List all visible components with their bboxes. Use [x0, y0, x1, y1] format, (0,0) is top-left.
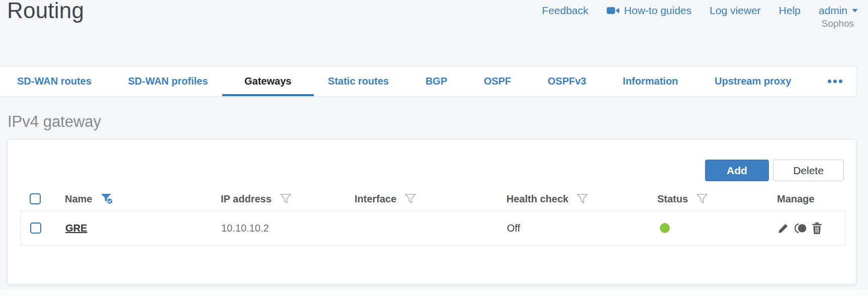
edit-icon[interactable] — [777, 222, 790, 234]
utility-nav: Feedback How-to guides Log viewer Help a… — [542, 5, 858, 17]
column-header-health-check: Health check — [506, 193, 568, 205]
ellipsis-icon — [828, 80, 831, 83]
nav-feedback[interactable]: Feedback — [542, 5, 588, 17]
nav-how-to-guides[interactable]: How-to guides — [606, 5, 691, 17]
add-button[interactable]: Add — [705, 160, 769, 181]
table-header-row: Name IP address — [20, 187, 845, 210]
filter-icon[interactable] — [280, 193, 292, 204]
page-bottom-area — [0, 289, 868, 296]
row-checkbox[interactable] — [30, 223, 41, 234]
user-menu[interactable]: admin — [819, 5, 858, 17]
nav-log-viewer[interactable]: Log viewer — [710, 5, 761, 17]
column-header-manage: Manage — [777, 193, 814, 205]
tab-upstream-proxy[interactable]: Upstream proxy — [712, 66, 794, 96]
tab-ospf[interactable]: OSPF — [481, 66, 514, 96]
brand-label: Sophos — [822, 18, 854, 29]
tab-bgp[interactable]: BGP — [422, 66, 450, 96]
delete-icon[interactable] — [811, 222, 823, 235]
delete-button[interactable]: Delete — [773, 160, 844, 181]
videocam-icon — [606, 6, 620, 15]
tab-static-routes[interactable]: Static routes — [325, 66, 392, 96]
status-up-dot — [660, 223, 670, 233]
nav-help[interactable]: Help — [779, 5, 801, 17]
filter-icon[interactable] — [404, 193, 416, 204]
column-header-interface: Interface — [355, 193, 396, 205]
user-menu-label: admin — [819, 5, 847, 17]
table-row: GRE 10.10.10.2 Off — [20, 210, 845, 246]
filter-icon[interactable] — [696, 193, 708, 204]
filter-icon[interactable] — [576, 193, 588, 204]
tab-sd-wan-routes[interactable]: SD-WAN routes — [14, 66, 95, 96]
ipv4-gateway-panel: Add Delete Name — [7, 139, 856, 285]
ellipsis-icon — [833, 80, 837, 83]
routing-page: Routing Feedback How-to guides Log viewe… — [0, 0, 868, 296]
gateway-table: Name IP address — [20, 187, 845, 246]
routing-tab-bar: SD-WAN routes SD-WAN profiles Gateways S… — [0, 66, 857, 97]
tab-information[interactable]: Information — [620, 66, 681, 96]
tab-ospfv3[interactable]: OSPFv3 — [545, 66, 589, 96]
gateway-ip-cell: 10.10.10.2 — [214, 223, 348, 234]
tabs-overflow-button[interactable] — [825, 66, 845, 96]
gateway-name-link[interactable]: GRE — [65, 223, 87, 234]
filter-active-icon[interactable] — [100, 193, 114, 205]
column-header-ip-address: IP address — [221, 193, 272, 205]
tab-sd-wan-profiles[interactable]: SD-WAN profiles — [125, 66, 211, 96]
ellipsis-icon — [839, 80, 842, 83]
tab-gateways[interactable]: Gateways — [241, 66, 294, 96]
column-header-status: Status — [657, 193, 688, 205]
nav-how-to-guides-label: How-to guides — [624, 5, 691, 17]
section-title-ipv4-gateway: IPv4 gateway — [8, 113, 101, 131]
select-all-checkbox[interactable] — [30, 193, 41, 204]
column-header-name: Name — [65, 193, 92, 205]
caret-down-icon — [852, 9, 858, 13]
clone-icon[interactable] — [794, 223, 807, 234]
page-title: Routing — [7, 0, 84, 23]
gateway-health-check-cell: Off — [500, 223, 651, 234]
